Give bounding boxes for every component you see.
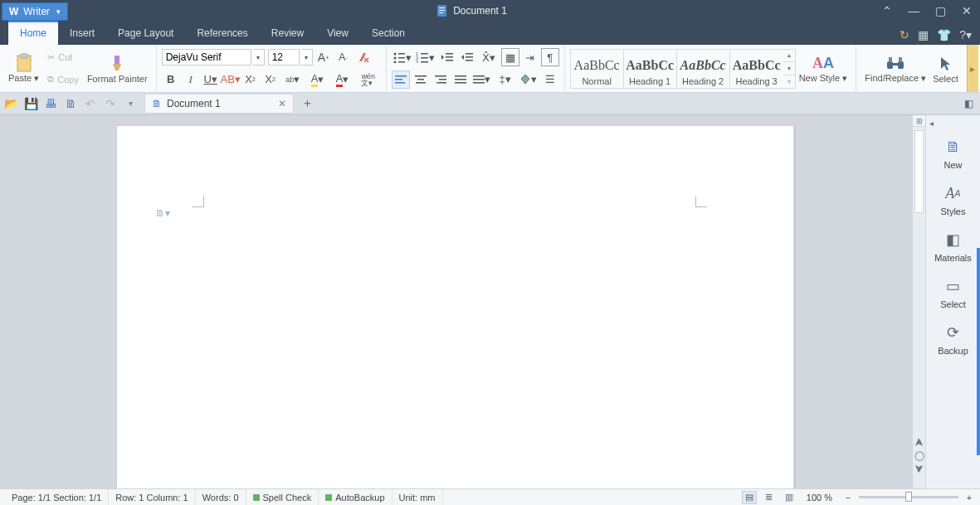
format-painter-button[interactable]: Format Painter [84, 45, 151, 92]
tab-home[interactable]: Home [8, 21, 58, 45]
picture-icon[interactable]: ▦ [918, 28, 929, 41]
open-button[interactable]: 📂 [3, 96, 18, 111]
status-page[interactable]: Page: 1/1 Section: 1/1 [5, 489, 109, 505]
font-size-dropdown[interactable]: ▾ [301, 49, 313, 66]
tab-stops-button[interactable]: ⇥ [521, 48, 539, 66]
paragraph-settings-button[interactable]: ☰ [541, 70, 559, 89]
document-tab[interactable]: 🗎 Document 1 ✕ [144, 94, 294, 114]
maximize-button[interactable]: ▢ [927, 1, 953, 21]
bold-button[interactable]: B [162, 70, 180, 89]
text-direction-button[interactable]: X̂▾ [478, 48, 500, 66]
phonetic-guide-button[interactable]: wén文▾ [356, 70, 381, 89]
ribbon-overflow-button[interactable]: ▸ [967, 45, 978, 92]
paste-button[interactable]: Paste ▾ [5, 45, 42, 92]
page-options-button[interactable]: 🗎▾ [154, 205, 171, 221]
decrease-indent-button[interactable] [438, 48, 456, 66]
prev-page-button[interactable]: ⮝ [913, 435, 925, 449]
zoom-level[interactable]: 100 % [807, 493, 832, 503]
line-spacing-button[interactable]: ‡▾ [495, 70, 516, 89]
font-color-button[interactable]: A▾ [331, 70, 354, 89]
ruler-toggle-button[interactable]: ⊞ [913, 115, 925, 127]
tab-view[interactable]: View [315, 22, 360, 45]
status-unit[interactable]: Unit: mm [392, 489, 443, 505]
grow-font-button[interactable]: A+ [314, 48, 333, 66]
cut-button[interactable]: ✂Cut [46, 51, 80, 65]
tab-page-layout[interactable]: Page Layout [106, 22, 185, 45]
status-words[interactable]: Words: 0 [196, 489, 246, 505]
find-replace-button[interactable]: Find/Replace ▾ [861, 45, 929, 92]
help-icon[interactable]: ?▾ [959, 28, 972, 41]
qat-more-button[interactable]: ▾ [123, 96, 138, 111]
align-left-button[interactable] [392, 70, 410, 89]
scrollbar-thumb[interactable] [914, 130, 924, 213]
pane-materials[interactable]: ◧ Materials [926, 223, 980, 269]
style-heading-2[interactable]: AaBbCc Heading 2 [677, 50, 730, 88]
zoom-slider[interactable] [859, 496, 958, 498]
tab-insert[interactable]: Insert [58, 22, 106, 45]
bullets-button[interactable]: ▾ [392, 48, 413, 66]
redo-button[interactable]: ↷ [103, 96, 118, 111]
change-case-button[interactable]: ab▾ [281, 70, 305, 89]
sync-icon[interactable]: ↻ [900, 28, 909, 41]
clear-formatting-button[interactable] [354, 48, 373, 66]
subscript-button[interactable]: X2 [261, 70, 280, 89]
shading-button[interactable]: ▾ [518, 70, 539, 89]
vertical-scrollbar[interactable]: ⊞ ⮝ ◯ ⮟ [912, 115, 925, 488]
document-area[interactable]: 🗎▾ [0, 115, 912, 488]
font-size-input[interactable] [268, 49, 300, 66]
app-menu-button[interactable]: W Writer ▾ [2, 2, 68, 21]
superscript-button[interactable]: X2 [241, 70, 260, 89]
pane-styles[interactable]: AA Styles [926, 177, 980, 223]
minimize-button[interactable]: — [900, 1, 927, 21]
align-center-button[interactable] [412, 70, 430, 89]
strikethrough-button[interactable]: AB▾ [222, 70, 240, 89]
show-marks-button[interactable]: ¶ [541, 48, 559, 66]
view-page-button[interactable]: ▤ [742, 491, 757, 504]
print-preview-button[interactable]: 🗎 [63, 96, 78, 111]
underline-button[interactable]: U▾ [202, 70, 220, 89]
save-button[interactable]: 💾 [23, 96, 38, 111]
next-page-button[interactable]: ⮟ [913, 462, 925, 475]
align-right-button[interactable] [431, 70, 450, 89]
shrink-font-button[interactable]: A- [334, 48, 353, 66]
print-button[interactable]: 🖶 [43, 96, 58, 111]
ribbon-collapse-button[interactable]: ⌃ [874, 1, 900, 21]
style-heading-1[interactable]: AaBbCc Heading 1 [624, 50, 677, 88]
borders-button[interactable]: ▦ [501, 48, 519, 66]
pane-collapse-button[interactable]: ◂ [929, 119, 941, 130]
font-name-input[interactable] [162, 49, 251, 66]
pane-backup[interactable]: ⟳ Backup [926, 316, 980, 362]
close-button[interactable]: ✕ [953, 1, 980, 21]
undo-button[interactable]: ↶ [83, 96, 98, 111]
tab-section[interactable]: Section [360, 22, 417, 45]
close-tab-button[interactable]: ✕ [278, 98, 286, 109]
style-normal[interactable]: AaBbCc Normal [571, 50, 624, 88]
tab-review[interactable]: Review [260, 22, 315, 45]
numbering-button[interactable]: 123▾ [415, 48, 436, 66]
select-button[interactable]: Select [929, 45, 962, 92]
status-spellcheck[interactable]: Spell Check [246, 489, 319, 505]
style-heading-3[interactable]: AaBbCc Heading 3 [730, 50, 783, 88]
new-tab-button[interactable]: ＋ [297, 95, 317, 113]
browse-object-button[interactable]: ◯ [913, 449, 925, 462]
page[interactable]: 🗎▾ [116, 125, 794, 488]
font-name-dropdown[interactable]: ▾ [253, 49, 265, 66]
status-rowcol[interactable]: Row: 1 Column: 1 [109, 489, 195, 505]
new-style-button[interactable]: AA New Style ▾ [796, 45, 851, 92]
align-justify-button[interactable] [451, 70, 470, 89]
align-distributed-button[interactable]: ▾ [471, 70, 493, 89]
view-web-button[interactable]: ▥ [782, 491, 797, 504]
zoom-in-button[interactable]: + [963, 492, 975, 503]
copy-button[interactable]: ⧉Copy [46, 72, 80, 86]
italic-button[interactable]: I [182, 70, 200, 89]
pane-select[interactable]: ▭ Select [926, 269, 980, 316]
highlight-button[interactable]: A▾ [306, 70, 329, 89]
view-outline-button[interactable]: ≣ [762, 491, 777, 504]
tab-references[interactable]: References [185, 22, 259, 45]
shirt-icon[interactable]: 👕 [937, 28, 951, 41]
styles-gallery-more[interactable]: ▴▾▿ [783, 50, 795, 88]
zoom-out-button[interactable]: − [842, 492, 854, 503]
panel-toggle-button[interactable]: ◧ [964, 98, 973, 109]
status-autobackup[interactable]: AutoBackup [319, 489, 392, 505]
zoom-slider-knob[interactable] [905, 492, 912, 502]
